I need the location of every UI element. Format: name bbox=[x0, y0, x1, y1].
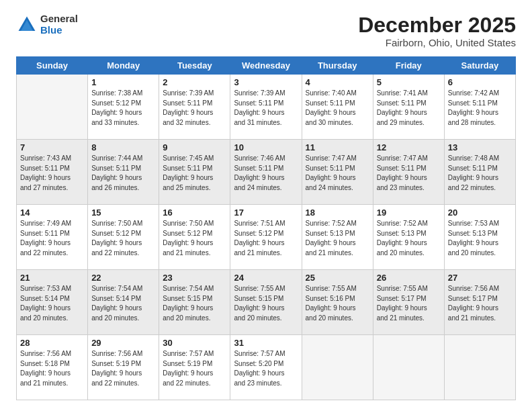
day-info: Sunrise: 7:40 AMSunset: 5:11 PMDaylight:… bbox=[306, 89, 369, 128]
calendar-table: SundayMondayTuesdayWednesdayThursdayFrid… bbox=[16, 56, 516, 400]
title-block: December 2025 Fairborn, Ohio, United Sta… bbox=[358, 13, 516, 48]
day-info: Sunrise: 7:56 AMSunset: 5:19 PMDaylight:… bbox=[91, 349, 155, 388]
day-number: 9 bbox=[163, 142, 226, 152]
day-info: Sunrise: 7:54 AMSunset: 5:14 PMDaylight:… bbox=[91, 284, 155, 323]
calendar-week-3: 14Sunrise: 7:49 AMSunset: 5:11 PMDayligh… bbox=[17, 205, 516, 270]
day-info: Sunrise: 7:56 AMSunset: 5:18 PMDaylight:… bbox=[20, 349, 84, 388]
day-info: Sunrise: 7:42 AMSunset: 5:11 PMDaylight:… bbox=[448, 89, 512, 128]
day-info: Sunrise: 7:47 AMSunset: 5:11 PMDaylight:… bbox=[306, 154, 369, 193]
calendar-week-5: 28Sunrise: 7:56 AMSunset: 5:18 PMDayligh… bbox=[17, 335, 516, 400]
calendar-cell: 6Sunrise: 7:42 AMSunset: 5:11 PMDaylight… bbox=[444, 75, 515, 140]
logo-text: General Blue bbox=[40, 13, 78, 36]
header: General Blue December 2025 Fairborn, Ohi… bbox=[16, 13, 516, 48]
day-number: 10 bbox=[234, 142, 298, 152]
day-number: 11 bbox=[306, 142, 369, 152]
day-number: 4 bbox=[306, 77, 369, 87]
calendar-cell: 2Sunrise: 7:39 AMSunset: 5:11 PMDaylight… bbox=[159, 75, 230, 140]
calendar-cell: 26Sunrise: 7:55 AMSunset: 5:17 PMDayligh… bbox=[373, 270, 444, 335]
day-number: 5 bbox=[377, 77, 441, 87]
day-number: 23 bbox=[163, 273, 226, 283]
calendar-week-1: 1Sunrise: 7:38 AMSunset: 5:12 PMDaylight… bbox=[17, 75, 516, 140]
day-info: Sunrise: 7:38 AMSunset: 5:12 PMDaylight:… bbox=[91, 89, 155, 128]
calendar-cell: 18Sunrise: 7:52 AMSunset: 5:13 PMDayligh… bbox=[302, 205, 373, 270]
day-number: 1 bbox=[91, 77, 155, 87]
calendar-cell: 28Sunrise: 7:56 AMSunset: 5:18 PMDayligh… bbox=[17, 335, 88, 400]
day-info: Sunrise: 7:39 AMSunset: 5:11 PMDaylight:… bbox=[234, 89, 298, 128]
location: Fairborn, Ohio, United States bbox=[358, 37, 516, 48]
calendar-cell: 16Sunrise: 7:50 AMSunset: 5:12 PMDayligh… bbox=[159, 205, 230, 270]
day-number: 26 bbox=[377, 273, 441, 283]
day-info: Sunrise: 7:52 AMSunset: 5:13 PMDaylight:… bbox=[377, 219, 441, 258]
day-info: Sunrise: 7:55 AMSunset: 5:17 PMDaylight:… bbox=[377, 284, 441, 323]
day-number: 22 bbox=[91, 273, 155, 283]
calendar-cell: 15Sunrise: 7:50 AMSunset: 5:12 PMDayligh… bbox=[88, 205, 159, 270]
day-info: Sunrise: 7:45 AMSunset: 5:11 PMDaylight:… bbox=[163, 154, 226, 193]
day-number: 15 bbox=[91, 208, 155, 218]
calendar-cell: 8Sunrise: 7:44 AMSunset: 5:11 PMDaylight… bbox=[88, 140, 159, 205]
day-number: 21 bbox=[20, 273, 84, 283]
calendar-cell: 17Sunrise: 7:51 AMSunset: 5:12 PMDayligh… bbox=[230, 205, 302, 270]
calendar-cell: 25Sunrise: 7:55 AMSunset: 5:16 PMDayligh… bbox=[302, 270, 373, 335]
day-info: Sunrise: 7:43 AMSunset: 5:11 PMDaylight:… bbox=[20, 154, 84, 193]
calendar-cell: 30Sunrise: 7:57 AMSunset: 5:19 PMDayligh… bbox=[159, 335, 230, 400]
weekday-header-wednesday: Wednesday bbox=[230, 57, 302, 75]
day-info: Sunrise: 7:44 AMSunset: 5:11 PMDaylight:… bbox=[91, 154, 155, 193]
calendar-cell: 22Sunrise: 7:54 AMSunset: 5:14 PMDayligh… bbox=[88, 270, 159, 335]
calendar-cell: 14Sunrise: 7:49 AMSunset: 5:11 PMDayligh… bbox=[17, 205, 88, 270]
calendar-cell: 23Sunrise: 7:54 AMSunset: 5:15 PMDayligh… bbox=[159, 270, 230, 335]
calendar-cell: 20Sunrise: 7:53 AMSunset: 5:13 PMDayligh… bbox=[444, 205, 515, 270]
day-number: 14 bbox=[20, 208, 84, 218]
calendar-cell: 24Sunrise: 7:55 AMSunset: 5:15 PMDayligh… bbox=[230, 270, 302, 335]
calendar-week-2: 7Sunrise: 7:43 AMSunset: 5:11 PMDaylight… bbox=[17, 140, 516, 205]
calendar-cell: 1Sunrise: 7:38 AMSunset: 5:12 PMDaylight… bbox=[88, 75, 159, 140]
logo: General Blue bbox=[16, 13, 78, 36]
day-number: 31 bbox=[234, 338, 298, 348]
weekday-header-friday: Friday bbox=[373, 57, 444, 75]
calendar-cell: 3Sunrise: 7:39 AMSunset: 5:11 PMDaylight… bbox=[230, 75, 302, 140]
calendar-cell: 5Sunrise: 7:41 AMSunset: 5:11 PMDaylight… bbox=[373, 75, 444, 140]
day-number: 24 bbox=[234, 273, 298, 283]
day-info: Sunrise: 7:50 AMSunset: 5:12 PMDaylight:… bbox=[91, 219, 155, 258]
day-info: Sunrise: 7:56 AMSunset: 5:17 PMDaylight:… bbox=[448, 284, 512, 323]
day-number: 27 bbox=[448, 273, 512, 283]
weekday-header-monday: Monday bbox=[88, 57, 159, 75]
calendar-cell: 13Sunrise: 7:48 AMSunset: 5:11 PMDayligh… bbox=[444, 140, 515, 205]
day-number: 25 bbox=[306, 273, 369, 283]
calendar-cell bbox=[444, 335, 515, 400]
day-number: 20 bbox=[448, 208, 512, 218]
day-info: Sunrise: 7:39 AMSunset: 5:11 PMDaylight:… bbox=[163, 89, 226, 128]
day-info: Sunrise: 7:53 AMSunset: 5:13 PMDaylight:… bbox=[448, 219, 512, 258]
page: General Blue December 2025 Fairborn, Ohi… bbox=[0, 0, 532, 411]
day-info: Sunrise: 7:57 AMSunset: 5:20 PMDaylight:… bbox=[234, 349, 298, 388]
calendar-cell: 29Sunrise: 7:56 AMSunset: 5:19 PMDayligh… bbox=[88, 335, 159, 400]
calendar-week-4: 21Sunrise: 7:53 AMSunset: 5:14 PMDayligh… bbox=[17, 270, 516, 335]
day-info: Sunrise: 7:41 AMSunset: 5:11 PMDaylight:… bbox=[377, 89, 441, 128]
day-info: Sunrise: 7:51 AMSunset: 5:12 PMDaylight:… bbox=[234, 219, 298, 258]
day-number: 2 bbox=[163, 77, 226, 87]
calendar-cell: 10Sunrise: 7:46 AMSunset: 5:11 PMDayligh… bbox=[230, 140, 302, 205]
calendar-cell: 27Sunrise: 7:56 AMSunset: 5:17 PMDayligh… bbox=[444, 270, 515, 335]
calendar-cell: 31Sunrise: 7:57 AMSunset: 5:20 PMDayligh… bbox=[230, 335, 302, 400]
day-info: Sunrise: 7:55 AMSunset: 5:16 PMDaylight:… bbox=[306, 284, 369, 323]
day-number: 19 bbox=[377, 208, 441, 218]
calendar-cell: 21Sunrise: 7:53 AMSunset: 5:14 PMDayligh… bbox=[17, 270, 88, 335]
logo-general-text: General bbox=[40, 13, 78, 25]
day-number: 29 bbox=[91, 338, 155, 348]
day-info: Sunrise: 7:54 AMSunset: 5:15 PMDaylight:… bbox=[163, 284, 226, 323]
calendar-cell: 7Sunrise: 7:43 AMSunset: 5:11 PMDaylight… bbox=[17, 140, 88, 205]
day-info: Sunrise: 7:47 AMSunset: 5:11 PMDaylight:… bbox=[377, 154, 441, 193]
calendar-cell: 11Sunrise: 7:47 AMSunset: 5:11 PMDayligh… bbox=[302, 140, 373, 205]
logo-blue-text: Blue bbox=[40, 25, 78, 36]
day-number: 18 bbox=[306, 208, 369, 218]
day-number: 12 bbox=[377, 142, 441, 152]
calendar-cell bbox=[373, 335, 444, 400]
day-number: 28 bbox=[20, 338, 84, 348]
day-number: 16 bbox=[163, 208, 226, 218]
weekday-header-row: SundayMondayTuesdayWednesdayThursdayFrid… bbox=[17, 57, 516, 75]
calendar-cell: 4Sunrise: 7:40 AMSunset: 5:11 PMDaylight… bbox=[302, 75, 373, 140]
day-info: Sunrise: 7:55 AMSunset: 5:15 PMDaylight:… bbox=[234, 284, 298, 323]
day-info: Sunrise: 7:49 AMSunset: 5:11 PMDaylight:… bbox=[20, 219, 84, 258]
day-info: Sunrise: 7:52 AMSunset: 5:13 PMDaylight:… bbox=[306, 219, 369, 258]
weekday-header-saturday: Saturday bbox=[444, 57, 515, 75]
day-number: 8 bbox=[91, 142, 155, 152]
